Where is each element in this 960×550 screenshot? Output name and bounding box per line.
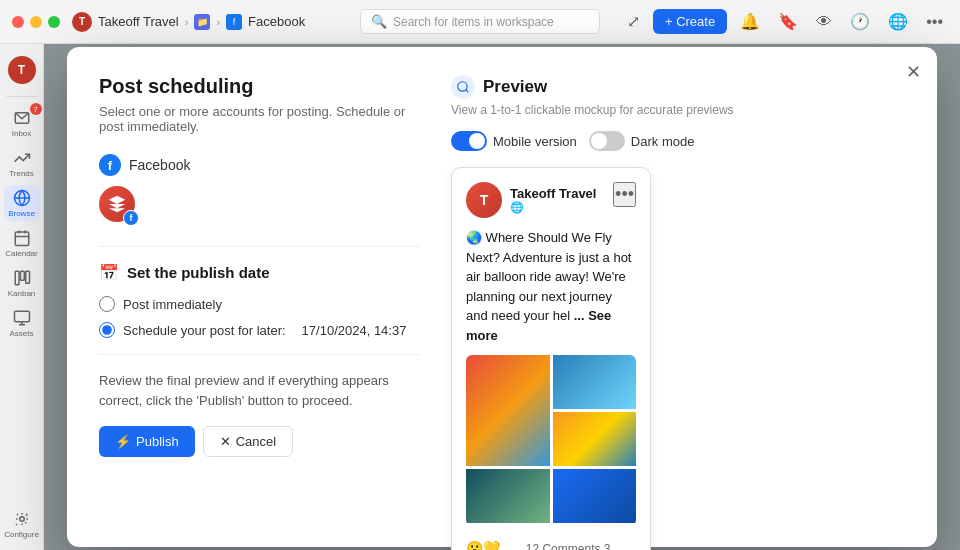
sidebar-item-home[interactable]: T	[4, 52, 40, 88]
expand-icon[interactable]: ⤢	[622, 10, 645, 33]
publish-button[interactable]: ⚡ Publish	[99, 426, 195, 457]
sidebar-item-trends[interactable]: Trends	[4, 145, 40, 181]
svg-point-13	[19, 516, 24, 521]
divider-1	[99, 246, 419, 247]
fb-post-header: T Takeoff Travel 🌐 •••	[466, 182, 636, 218]
close-window-button[interactable]	[12, 16, 24, 28]
fb-image-3	[553, 412, 637, 466]
svg-rect-8	[20, 271, 24, 280]
search-icon: 🔍	[371, 14, 387, 29]
schedule-later-radio[interactable]	[99, 322, 115, 338]
breadcrumb-sep-1: ›	[185, 16, 189, 28]
fb-image-1	[466, 355, 550, 466]
publish-icon: ⚡	[115, 434, 131, 449]
scheduled-date-value[interactable]: 17/10/2024, 14:37	[302, 323, 407, 338]
dark-toggle-slider	[589, 131, 625, 151]
folder-icon: 📁	[194, 14, 210, 30]
account-item-facebook: f Facebook	[99, 154, 419, 176]
sidebar-label-kanban: Kanban	[8, 289, 36, 298]
notifications-icon[interactable]: 🔔	[735, 10, 765, 33]
calendar-icon: 📅	[99, 263, 119, 282]
preview-icon	[451, 75, 475, 99]
sidebar-item-kanban[interactable]: Kanban	[4, 265, 40, 301]
sidebar-item-configure[interactable]: Configure	[4, 506, 40, 542]
mobile-version-label: Mobile version	[493, 134, 577, 149]
fb-comments-count: 12 Comments	[526, 542, 601, 550]
breadcrumb: T Takeoff Travel › 📁 › f Facebook	[72, 12, 305, 32]
fb-post-author: T Takeoff Travel 🌐	[466, 182, 596, 218]
dark-mode-label: Dark mode	[631, 134, 695, 149]
facebook-platform-icon: f	[99, 154, 121, 176]
fb-image-4	[466, 469, 550, 523]
more-icon[interactable]: •••	[921, 11, 948, 33]
modal-title: Post scheduling	[99, 75, 419, 98]
publish-date-title: Set the publish date	[127, 264, 270, 281]
search-placeholder: Search for items in workspace	[393, 15, 554, 29]
modal-right-panel: Preview View a 1-to-1 clickable mockup f…	[451, 75, 905, 519]
preview-controls: Mobile version Dark mode	[451, 131, 905, 151]
main-area: ✕ Post scheduling Select one or more acc…	[44, 44, 960, 550]
bookmarks-icon[interactable]: 🔖	[773, 10, 803, 33]
fb-globe-icon: 🌐	[510, 201, 524, 214]
sidebar-item-inbox[interactable]: Inbox 7	[4, 105, 40, 141]
svg-point-14	[458, 82, 467, 91]
svg-rect-3	[15, 232, 29, 246]
minimize-window-button[interactable]	[30, 16, 42, 28]
cancel-icon: ✕	[220, 434, 231, 449]
schedule-later-label: Schedule your post for later:	[123, 323, 286, 338]
close-button[interactable]: ✕	[906, 63, 921, 81]
sidebar-label-assets: Assets	[9, 329, 33, 338]
preview-header: Preview	[451, 75, 905, 99]
dark-mode-toggle[interactable]	[589, 131, 625, 151]
modal-left-panel: Post scheduling Select one or more accou…	[99, 75, 419, 519]
breadcrumb-facebook[interactable]: Facebook	[248, 14, 305, 29]
sidebar-item-assets[interactable]: Assets	[4, 305, 40, 341]
sidebar-label-inbox: Inbox	[12, 129, 32, 138]
mobile-version-toggle[interactable]	[451, 131, 487, 151]
search-bar[interactable]: 🔍 Search for items in workspace	[360, 9, 600, 34]
svg-line-15	[466, 90, 469, 93]
sidebar-item-browse[interactable]: Browse	[4, 185, 40, 221]
breadcrumb-sep-2: ›	[216, 16, 220, 28]
sidebar-item-calendar[interactable]: Calendar	[4, 225, 40, 261]
facebook-post-preview: T Takeoff Travel 🌐 ••• 🌏 Where Should We	[451, 167, 651, 550]
fb-author-meta: 🌐	[510, 201, 596, 214]
breadcrumb-root[interactable]: Takeoff Travel	[98, 14, 179, 29]
publish-date-section-header: 📅 Set the publish date	[99, 263, 419, 282]
account-avatar: f	[99, 186, 139, 226]
fb-author-name: Takeoff Travel	[510, 186, 596, 201]
traffic-lights	[12, 16, 60, 28]
action-buttons: ⚡ Publish ✕ Cancel	[99, 426, 419, 457]
facebook-folder-icon: f	[226, 14, 242, 30]
post-immediately-label: Post immediately	[123, 297, 222, 312]
eye-icon[interactable]: 👁	[811, 11, 837, 33]
sidebar-label-calendar: Calendar	[5, 249, 37, 258]
preview-subtitle: View a 1-to-1 clickable mockup for accur…	[451, 103, 905, 117]
maximize-window-button[interactable]	[48, 16, 60, 28]
sidebar-label-trends: Trends	[9, 169, 34, 178]
modal-subtitle: Select one or more accounts for posting.…	[99, 104, 419, 134]
post-immediately-radio[interactable]	[99, 296, 115, 312]
modal-overlay: ✕ Post scheduling Select one or more acc…	[44, 44, 960, 550]
post-immediately-option[interactable]: Post immediately	[99, 296, 419, 312]
post-scheduling-modal: ✕ Post scheduling Select one or more acc…	[67, 47, 937, 547]
fb-more-button[interactable]: •••	[613, 182, 636, 207]
svg-rect-10	[14, 311, 29, 322]
history-icon[interactable]: 🕐	[845, 10, 875, 33]
divider-2	[99, 354, 419, 355]
account-section: f Facebook f	[99, 154, 419, 226]
fb-post-text: 🌏 Where Should We Fly Next? Adventure is…	[466, 228, 636, 345]
globe-icon[interactable]: 🌐	[883, 10, 913, 33]
schedule-later-option[interactable]: Schedule your post for later: 17/10/2024…	[99, 322, 419, 338]
inbox-badge: 7	[30, 103, 42, 115]
cancel-button[interactable]: ✕ Cancel	[203, 426, 293, 457]
svg-rect-9	[25, 271, 29, 283]
sidebar-label-configure: Configure	[4, 530, 39, 539]
cancel-label: Cancel	[236, 434, 276, 449]
review-text: Review the final preview and if everythi…	[99, 371, 419, 410]
preview-title: Preview	[483, 77, 547, 97]
create-button[interactable]: + Create	[653, 9, 727, 34]
sidebar-label-browse: Browse	[8, 209, 35, 218]
topbar-right: ⤢ + Create 🔔 🔖 👁 🕐 🌐 •••	[622, 9, 948, 34]
svg-rect-7	[15, 271, 19, 285]
